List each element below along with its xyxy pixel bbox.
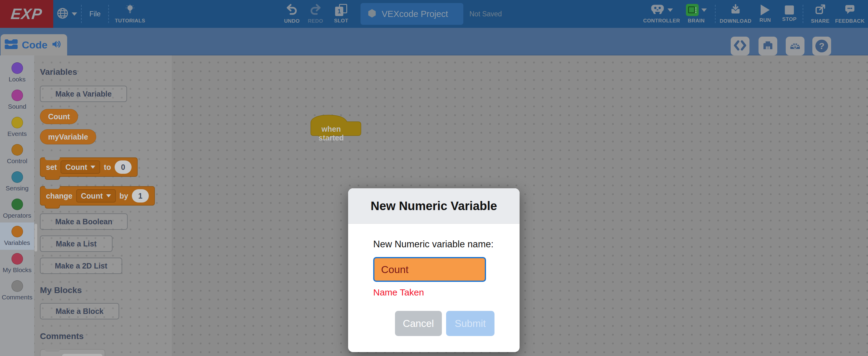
dialog-title: New Numeric Variable (371, 199, 497, 213)
name-taken-error: Name Taken (373, 287, 495, 298)
variable-name-input[interactable] (373, 257, 486, 282)
variable-name-label: New Numeric variable name: (373, 239, 495, 250)
submit-button[interactable]: Submit (446, 311, 495, 336)
dialog-buttons: Cancel Submit (373, 311, 495, 336)
cancel-button[interactable]: Cancel (395, 311, 442, 336)
new-variable-dialog: New Numeric Variable New Numeric variabl… (348, 188, 520, 352)
dialog-header: New Numeric Variable (348, 188, 520, 224)
dialog-body: New Numeric variable name: Name Taken Ca… (348, 224, 520, 336)
vexcode-app: EXP File TUTORIALS UNDO (0, 0, 868, 356)
